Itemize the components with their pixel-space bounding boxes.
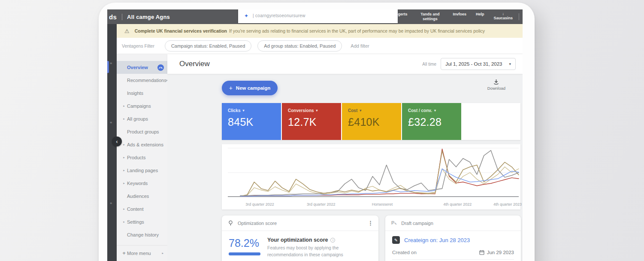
caret-down-icon: ▾ [242, 109, 244, 112]
filter-bar: Ventagens Filter Campaign status: Enable… [117, 38, 523, 54]
sidebar-item-label: Landing pages [127, 168, 158, 173]
add-filter-button[interactable]: Add filter [351, 43, 369, 49]
plus-icon: + [121, 250, 127, 256]
metric-value: £410K [348, 116, 401, 128]
chevron-right-icon: ▸ [121, 207, 127, 211]
sidebar-item-more-menu[interactable]: +More menu▸ [117, 245, 167, 261]
metric-label-row: Cost / conv.▾ [408, 108, 461, 113]
plus-icon: + [229, 85, 233, 91]
overview-chart [222, 146, 520, 199]
new-campaign-button[interactable]: + New campaign [222, 81, 278, 95]
metric-card-cost-conv[interactable]: Cost / conv.▾£32.28 [402, 103, 461, 140]
sidebar-item-settings[interactable]: ▸Settings [117, 215, 167, 228]
draft-square-icon: ✎ [392, 236, 400, 244]
search-input[interactable]: ✦ | coarngyretsoeonursurew [238, 9, 398, 23]
metric-value: £32.28 [408, 116, 461, 128]
topbar-menu-item-help[interactable]: Help [476, 12, 484, 17]
score-title-text: Your optimization score [267, 237, 328, 243]
sidebar-item-label: Change history [127, 232, 159, 237]
sidebar-item-recommendations[interactable]: Recommendations▸ [117, 74, 167, 87]
topbar-menu-label: Help [476, 12, 484, 17]
sidebar-item-insights[interactable]: Insights [117, 87, 167, 100]
info-icon[interactable]: i [330, 238, 335, 243]
sidebar-item-label: Audiences [127, 194, 149, 199]
optimization-card-header: Optimization score ⋮ [222, 215, 378, 231]
score-text-block: Your optimization score i Features may b… [267, 237, 372, 258]
draft-letter: P [391, 220, 394, 225]
optimization-score-bar [229, 252, 260, 255]
rail-sparkle-icon: ✳ [110, 202, 112, 205]
sidebar-item-content[interactable]: ▸Content [117, 203, 167, 215]
ads-logo: ds [109, 13, 117, 21]
filter-bar-label: Ventagens Filter [122, 43, 154, 49]
topbar-menu-label: Tands and settings [417, 12, 443, 22]
sidebar-item-overview[interactable]: Overview [117, 61, 167, 74]
pin-icon [228, 220, 233, 226]
sidebar-item-label: Products [127, 155, 145, 160]
sidebar-item-all-groups[interactable]: ▸All groups [117, 112, 167, 125]
metric-value: 845K [228, 116, 281, 128]
main-column: Overview All time Jul 1, 2025 - Oct 31, … [167, 54, 523, 261]
draft-campaign-link[interactable]: Createign on: Jun 28 2023 [404, 237, 470, 243]
collapse-nav-button[interactable]: ‹ [112, 137, 122, 146]
sidebar-item-audiences[interactable]: Audiences [117, 190, 167, 203]
chart-line-gray-line [240, 150, 519, 196]
sidebar-item-products[interactable]: ▸Products [117, 151, 167, 164]
sidebar-item-label: Product groups [127, 129, 159, 134]
download-button[interactable]: Download [487, 79, 505, 91]
page-title: Overview [179, 60, 210, 68]
sidebar-item-landing-pages[interactable]: ▸Landing pages [117, 164, 167, 177]
topbar-menu-label: Invfoes [453, 12, 466, 17]
chevron-left-icon: ‹ [116, 138, 118, 145]
sidebar-item-label: Ads & extensions [127, 142, 163, 147]
sidebar-item-change-history[interactable]: Change history [117, 228, 167, 241]
filter-chip[interactable]: Campaign status: Enabled, Paused [165, 40, 251, 52]
chart-x-labels: 3rd quarter 20223rd quarter 2022Horsesse… [222, 201, 520, 209]
chevron-right-icon: ▸ [121, 169, 127, 172]
optimization-card-title: Optimization score [238, 221, 277, 226]
metric-label: Clicks [228, 108, 240, 113]
chevron-right-icon: ▸ [121, 182, 127, 185]
x-axis-label: 3rd quarter 2022 [245, 202, 274, 206]
calendar-icon [479, 250, 484, 255]
caret-down-icon: ▾ [434, 109, 436, 112]
warning-banner: ⚠ Complete UK financial services verific… [117, 24, 523, 38]
topbar-menu-item-invfoes[interactable]: Invfoes [453, 12, 466, 17]
draft-card-title: Draft campaign [401, 221, 433, 226]
metric-card-conversions[interactable]: Conversions▾12.7K [282, 103, 341, 140]
performance-chart-card: 3rd quarter 20223rd quarter 2022Horsesse… [222, 144, 520, 209]
date-range-picker[interactable]: Jul 1, 2025 - Oct 31, 2023 ▾ [441, 58, 516, 70]
x-axis-label: 3rd quarter 2022 [307, 202, 336, 206]
chevron-right-icon: ▸ [162, 252, 163, 255]
filter-chips: Campaign status: Enabled, PausedAd group… [165, 40, 348, 52]
topbar-menu-item-saucasins[interactable]: ↓Saucasins [493, 12, 513, 21]
sidebar-item-label: More menu [127, 251, 151, 256]
app-body: ⚠ Complete UK financial services verific… [117, 24, 523, 261]
banner-title: Complete UK financial services verificat… [135, 28, 227, 33]
gauge-circle-icon [157, 64, 164, 71]
body-row: OverviewRecommendations▸Insights▸Campaig… [117, 54, 523, 261]
sidebar-item-label: Campaigns [127, 103, 151, 109]
metric-card-clicks[interactable]: Clicks▾845K [222, 103, 281, 140]
topbar-divider [122, 14, 122, 20]
sidebar-item-label: Settings [127, 219, 144, 225]
banner-body: If you're serving ads relating to financ… [229, 28, 485, 33]
kebab-menu-icon[interactable]: ⋮ [368, 220, 373, 226]
tablet-frame: ds All camge Agns ✦ | coarngyretsoeonurs… [99, 3, 535, 261]
sidebar-item-label: Recommendations [127, 78, 166, 83]
sidebar-item-ads-extensions[interactable]: ▸Ads & extensions [117, 138, 167, 151]
chart-line-blue-line [240, 169, 519, 196]
caret-down-icon: ▾ [316, 109, 318, 112]
topbar-menu-item-tands-and-settings[interactable]: Tands and settings [417, 12, 443, 22]
topbar-menu-label: Saucasins [493, 16, 513, 21]
app-screen: ds All camge Agns ✦ | coarngyretsoeonurs… [107, 9, 523, 261]
sidebar-item-product-groups[interactable]: Product groups [117, 125, 167, 138]
metric-card-cost[interactable]: Cost▾£410K [342, 103, 401, 140]
sidebar-item-keywords[interactable]: ▸Keywords [117, 177, 167, 190]
overview-content: + New campaign Download C [167, 74, 523, 261]
filter-chip[interactable]: Ad group status: Enabled, Paused [257, 40, 342, 52]
sidebar-item-campaigns[interactable]: ▸Campaigns [117, 100, 167, 112]
warning-icon: ⚠ [124, 28, 130, 34]
sidebar-nav: OverviewRecommendations▸Insights▸Campaig… [117, 54, 167, 261]
topbar-menu: AngertsTands and settingsInvfoesHelp↓Sau… [393, 12, 513, 22]
